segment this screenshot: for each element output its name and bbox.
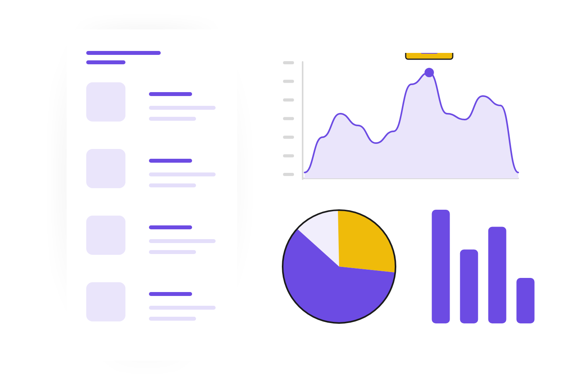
area-chart-tooltip xyxy=(406,53,453,59)
list-item-title xyxy=(149,225,192,229)
bar xyxy=(488,227,506,324)
pie-chart xyxy=(280,208,398,325)
list-item-line xyxy=(149,306,216,310)
bar xyxy=(460,250,478,324)
area-chart-fill xyxy=(305,73,518,178)
list-card xyxy=(67,29,237,361)
list-item-thumb xyxy=(86,282,125,321)
canvas xyxy=(31,16,557,376)
area-chart-tick xyxy=(283,98,294,102)
list-item-title xyxy=(149,92,192,96)
list-item-title xyxy=(149,159,192,163)
list-item-line xyxy=(149,106,216,110)
list-card-inner xyxy=(86,51,218,349)
bar xyxy=(517,278,535,323)
list-item-line xyxy=(149,317,196,321)
pie-slice xyxy=(338,210,396,272)
area-chart-tick xyxy=(283,117,294,120)
list-item-line xyxy=(149,250,196,254)
area-chart-tick xyxy=(283,136,294,139)
pie-chart-svg xyxy=(280,208,398,325)
bar xyxy=(432,210,450,323)
list-item-thumb xyxy=(86,149,125,188)
area-chart-tick xyxy=(283,80,294,83)
area-chart-point xyxy=(425,68,434,77)
list-item-line xyxy=(149,172,216,176)
area-chart-tooltip-label xyxy=(421,53,438,54)
list-item-title xyxy=(149,292,192,296)
list-item-thumb xyxy=(86,216,125,255)
list-item-line xyxy=(149,183,196,187)
card-title-line-1 xyxy=(86,51,161,55)
list-item-line xyxy=(149,117,196,121)
area-chart-tick xyxy=(283,154,294,158)
area-chart-tick xyxy=(283,173,294,176)
card-title-line-2 xyxy=(86,60,125,64)
list-item-line xyxy=(149,239,216,243)
list-item-thumb xyxy=(86,82,125,122)
area-chart xyxy=(271,53,522,182)
area-chart-svg xyxy=(271,53,522,182)
area-chart-tick xyxy=(283,61,294,64)
bar-chart xyxy=(429,206,537,323)
bar-chart-svg xyxy=(429,206,537,323)
